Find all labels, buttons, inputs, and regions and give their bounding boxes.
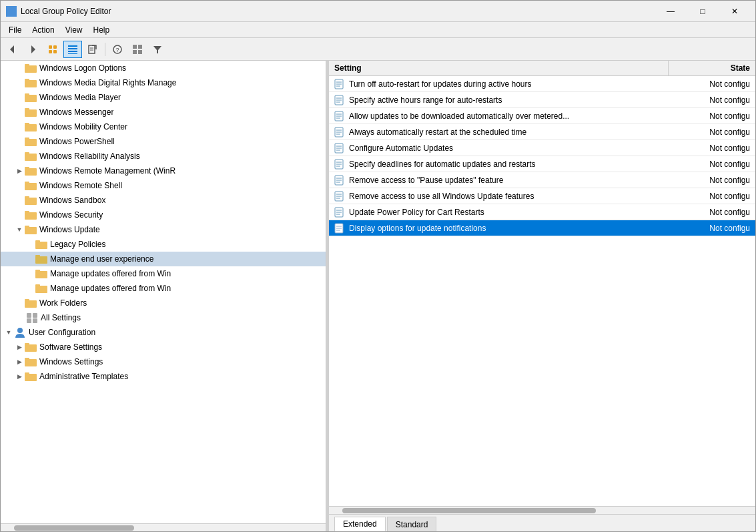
setting-label-pause-updates: Remove access to "Pause updates" feature [349, 176, 669, 185]
svg-rect-51 [35, 255, 40, 257]
help-button[interactable]: ? [108, 41, 127, 58]
svg-rect-50 [35, 256, 47, 264]
tree-item-powershell[interactable]: Windows PowerShell [1, 134, 326, 149]
setting-row-metered[interactable]: Allow updates to be downloaded automatic… [329, 108, 755, 124]
setting-row-configure-auto[interactable]: Configure Automatic Updates Not configu [329, 140, 755, 156]
tree-item-windows-settings[interactable]: ▶ Windows Settings [1, 354, 326, 369]
setting-row-remove-wu[interactable]: Remove access to use all Windows Update … [329, 188, 755, 204]
label-remote-mgmt: Windows Remote Management (WinR [39, 166, 175, 176]
expand-mobility-center [14, 121, 25, 132]
tree-scroll[interactable]: Windows Logon Options Windows Media Digi… [1, 61, 326, 523]
svg-rect-26 [25, 80, 37, 87]
label-messenger: Windows Messenger [39, 107, 113, 117]
tree-item-manage-offered-1[interactable]: Manage updates offered from Win [1, 266, 326, 281]
svg-rect-21 [133, 50, 137, 54]
tree-item-user-config[interactable]: ▼ User Configuration [1, 325, 326, 340]
tree-item-security[interactable]: Windows Security [1, 208, 326, 222]
svg-rect-14 [89, 45, 95, 53]
tree-item-manage-end-user[interactable]: Manage end user experience [1, 252, 326, 266]
setting-state-auto-restart-scheduled: Not configu [669, 127, 755, 137]
label-media-drm: Windows Media Digital Rights Manage [39, 78, 176, 87]
close-button[interactable]: ✕ [719, 1, 750, 22]
svg-rect-64 [25, 343, 29, 345]
svg-rect-44 [25, 212, 37, 220]
tab-standard[interactable]: Standard [387, 517, 437, 531]
expand-user-config[interactable]: ▼ [3, 327, 14, 338]
svg-rect-33 [25, 123, 29, 125]
view-toggle-button[interactable] [128, 41, 147, 58]
settings-table[interactable]: Setting State Turn off auto-restart for … [329, 61, 755, 506]
expand-remote-mgmt[interactable]: ▶ [14, 166, 25, 176]
expand-media-player [14, 92, 25, 103]
setting-label-remove-wu: Remove access to use all Windows Update … [349, 192, 669, 201]
svg-rect-59 [33, 313, 37, 318]
setting-icon [333, 206, 345, 218]
expand-windows-settings[interactable]: ▶ [14, 356, 25, 367]
svg-rect-29 [25, 93, 29, 95]
tree-scrollbar-thumb[interactable] [14, 525, 134, 531]
setting-label-auto-restart-scheduled: Always automatically restart at the sche… [349, 127, 669, 137]
expand-messenger [14, 107, 25, 117]
tree-item-manage-offered-2[interactable]: Manage updates offered from Win [1, 281, 326, 296]
svg-rect-60 [27, 318, 31, 323]
tree-item-sandbox[interactable]: Windows Sandbox [1, 193, 326, 208]
tree-item-update[interactable]: ▼ Windows Update [1, 222, 326, 237]
tree-item-admin-templates[interactable]: ▶ Administrative Templates [1, 369, 326, 384]
tree-item-all-settings[interactable]: All Settings [1, 310, 326, 325]
tree-item-work-folders[interactable]: Work Folders [1, 296, 326, 310]
setting-row-active-hours[interactable]: Specify active hours range for auto-rest… [329, 92, 755, 108]
tree-item-media-player[interactable]: Windows Media Player [1, 90, 326, 105]
label-manage-end-user: Manage end user experience [50, 254, 153, 264]
right-scrollbar-thumb[interactable] [342, 508, 596, 513]
setting-state-display-options: Not configu [669, 224, 755, 233]
filter-button[interactable] [148, 41, 167, 58]
svg-rect-43 [25, 196, 29, 198]
tree-horizontal-scrollbar[interactable] [1, 523, 326, 531]
setting-row-deadlines[interactable]: Specify deadlines for automatic updates … [329, 156, 755, 172]
tree-item-messenger[interactable]: Windows Messenger [1, 105, 326, 119]
svg-rect-9 [53, 50, 57, 53]
setting-row-auto-restart-scheduled[interactable]: Always automatically restart at the sche… [329, 124, 755, 140]
label-logon-options: Windows Logon Options [39, 63, 126, 73]
svg-rect-20 [138, 45, 142, 49]
setting-row-display-options[interactable]: Display options for update notifications… [329, 220, 755, 236]
setting-row-power-policy[interactable]: Update Power Policy for Cart Restarts No… [329, 204, 755, 220]
expand-admin-templates[interactable]: ▶ [14, 371, 25, 382]
list-view-button[interactable] [63, 41, 82, 58]
tree-item-logon-options[interactable]: Windows Logon Options [1, 61, 326, 75]
menu-help[interactable]: Help [88, 24, 115, 36]
setting-state-pause-updates: Not configu [669, 176, 755, 185]
tree-item-legacy[interactable]: Legacy Policies [1, 237, 326, 252]
svg-rect-1 [12, 7, 15, 11]
right-horizontal-scrollbar[interactable] [329, 506, 755, 514]
svg-text:?: ? [115, 47, 119, 53]
export-button[interactable] [83, 41, 102, 58]
tree-item-remote-shell[interactable]: Windows Remote Shell [1, 178, 326, 193]
setting-state-active-hours: Not configu [669, 95, 755, 105]
forward-button[interactable] [23, 41, 42, 58]
menu-view[interactable]: View [60, 24, 88, 36]
tree-item-mobility-center[interactable]: Windows Mobility Center [1, 119, 326, 134]
maximize-button[interactable]: □ [687, 1, 718, 22]
main-window: Local Group Policy Editor — □ ✕ File Act… [0, 0, 756, 532]
menu-file[interactable]: File [3, 24, 27, 36]
svg-rect-8 [49, 50, 52, 53]
tree-item-remote-mgmt[interactable]: ▶ Windows Remote Management (WinR [1, 164, 326, 178]
svg-rect-49 [35, 240, 40, 242]
tab-extended[interactable]: Extended [334, 517, 386, 531]
setting-row-pause-updates[interactable]: Remove access to "Pause updates" feature… [329, 172, 755, 188]
up-button[interactable] [43, 41, 62, 58]
svg-rect-37 [25, 152, 29, 154]
setting-icon [333, 94, 345, 106]
svg-rect-41 [25, 182, 29, 184]
tree-item-media-drm[interactable]: Windows Media Digital Rights Manage [1, 75, 326, 90]
tree-item-software-settings[interactable]: ▶ Software Settings [1, 340, 326, 354]
setting-row-auto-restart[interactable]: Turn off auto-restart for updates during… [329, 76, 755, 92]
menu-action[interactable]: Action [27, 24, 59, 36]
tree-item-reliability[interactable]: Windows Reliability Analysis [1, 149, 326, 164]
expand-update[interactable]: ▼ [14, 224, 25, 235]
svg-rect-46 [25, 227, 37, 234]
expand-software-settings[interactable]: ▶ [14, 342, 25, 352]
back-button[interactable] [3, 41, 22, 58]
minimize-button[interactable]: — [655, 1, 686, 22]
